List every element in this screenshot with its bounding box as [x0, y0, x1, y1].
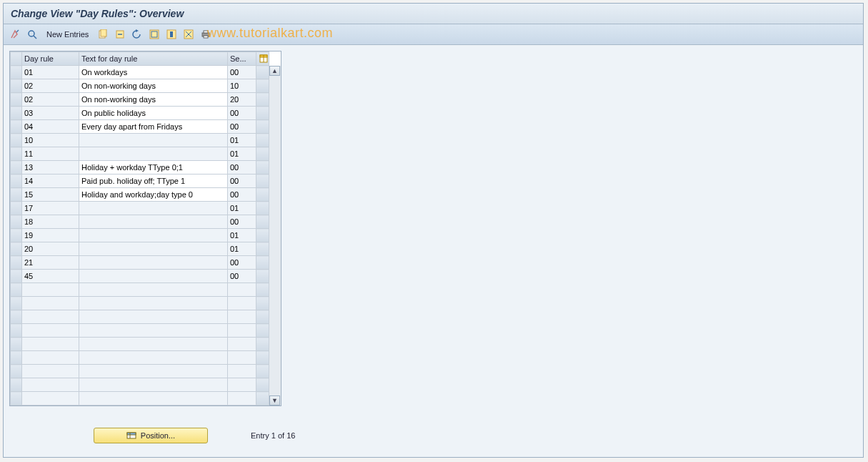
row-selector[interactable]	[11, 270, 22, 283]
cell-text[interactable]	[79, 283, 228, 297]
cell-day-rule[interactable]: 10	[22, 134, 79, 147]
table-row[interactable]	[11, 283, 269, 297]
cell-day-rule[interactable]	[22, 324, 79, 338]
cell-se[interactable]: 00	[228, 120, 256, 134]
table-row[interactable]	[11, 297, 269, 310]
table-row[interactable]	[11, 378, 269, 392]
cell-text[interactable]	[79, 324, 228, 338]
row-selector[interactable]	[11, 229, 22, 242]
scroll-up-icon[interactable]: ▲	[269, 66, 280, 76]
cell-se[interactable]: 10	[228, 79, 256, 93]
row-selector[interactable]	[11, 310, 22, 324]
column-text[interactable]: Text for day rule	[79, 52, 228, 66]
cell-text[interactable]: On non-working days	[79, 79, 228, 93]
row-selector[interactable]	[11, 134, 22, 147]
cell-text[interactable]	[79, 202, 228, 215]
row-selector[interactable]	[11, 338, 22, 351]
cell-se[interactable]: 00	[228, 175, 256, 188]
cell-text[interactable]	[79, 338, 228, 351]
row-selector[interactable]	[11, 351, 22, 365]
row-selector[interactable]	[11, 161, 22, 175]
cell-se[interactable]: 20	[228, 93, 256, 107]
cell-text[interactable]	[79, 310, 228, 324]
table-row[interactable]: 14Paid pub. holiday off; TType 100	[11, 175, 269, 188]
cell-day-rule[interactable]: 04	[22, 120, 79, 134]
cell-day-rule[interactable]: 21	[22, 256, 79, 270]
table-row[interactable]: 01On workdays00	[11, 66, 269, 79]
cell-day-rule[interactable]: 20	[22, 242, 79, 256]
scroll-down-icon[interactable]: ▼	[269, 395, 280, 406]
table-row[interactable]: 1001	[11, 134, 269, 147]
table-row[interactable]: 02On non-working days20	[11, 93, 269, 107]
cell-se[interactable]	[228, 310, 256, 324]
position-button[interactable]: Position...	[94, 428, 208, 443]
cell-day-rule[interactable]	[22, 310, 79, 324]
table-row[interactable]	[11, 392, 269, 406]
cell-day-rule[interactable]	[22, 365, 79, 378]
table-settings-icon[interactable]	[256, 52, 269, 66]
cell-day-rule[interactable]: 14	[22, 175, 79, 188]
cell-text[interactable]	[79, 256, 228, 270]
new-entries-button[interactable]: New Entries	[42, 29, 93, 40]
column-day-rule[interactable]: Day rule	[22, 52, 79, 66]
cell-day-rule[interactable]: 15	[22, 188, 79, 202]
cell-text[interactable]	[79, 229, 228, 242]
cell-day-rule[interactable]: 03	[22, 107, 79, 120]
cell-day-rule[interactable]: 18	[22, 215, 79, 229]
table-row[interactable]: 1800	[11, 215, 269, 229]
cell-se[interactable]: 01	[228, 134, 256, 147]
copy-as-icon[interactable]	[96, 27, 110, 41]
cell-text[interactable]: Holiday and workday;day type 0	[79, 188, 228, 202]
row-selector[interactable]	[11, 66, 22, 79]
row-selector[interactable]	[11, 297, 22, 310]
row-selector[interactable]	[11, 202, 22, 215]
row-selector[interactable]	[11, 378, 22, 392]
cell-se[interactable]	[228, 324, 256, 338]
cell-day-rule[interactable]	[22, 297, 79, 310]
cell-text[interactable]	[79, 297, 228, 310]
row-selector[interactable]	[11, 215, 22, 229]
cell-day-rule[interactable]	[22, 283, 79, 297]
cell-se[interactable]: 00	[228, 256, 256, 270]
cell-se[interactable]: 00	[228, 270, 256, 283]
cell-se[interactable]	[228, 283, 256, 297]
table-row[interactable]	[11, 310, 269, 324]
cell-se[interactable]: 01	[228, 147, 256, 161]
row-selector[interactable]	[11, 107, 22, 120]
cell-se[interactable]: 01	[228, 229, 256, 242]
cell-day-rule[interactable]	[22, 351, 79, 365]
cell-day-rule[interactable]	[22, 378, 79, 392]
cell-day-rule[interactable]: 45	[22, 270, 79, 283]
select-all-column[interactable]	[11, 52, 22, 66]
cell-text[interactable]: Every day apart from Fridays	[79, 120, 228, 134]
table-row[interactable]: 1101	[11, 147, 269, 161]
cell-day-rule[interactable]: 02	[22, 93, 79, 107]
cell-se[interactable]	[228, 365, 256, 378]
table-scrollbar[interactable]: ▲ ▼	[269, 66, 281, 406]
cell-day-rule[interactable]	[22, 338, 79, 351]
row-selector[interactable]	[11, 283, 22, 297]
row-selector[interactable]	[11, 120, 22, 134]
cell-text[interactable]	[79, 351, 228, 365]
row-selector[interactable]	[11, 365, 22, 378]
deselect-all-icon[interactable]	[181, 27, 196, 41]
table-row[interactable]: 1901	[11, 229, 269, 242]
cell-se[interactable]: 00	[228, 215, 256, 229]
table-row[interactable]: 4500	[11, 270, 269, 283]
table-row[interactable]	[11, 338, 269, 351]
row-selector[interactable]	[11, 324, 22, 338]
row-selector[interactable]	[11, 93, 22, 107]
cell-day-rule[interactable]: 13	[22, 161, 79, 175]
cell-text[interactable]: Paid pub. holiday off; TType 1	[79, 175, 228, 188]
table-row[interactable]	[11, 351, 269, 365]
column-se[interactable]: Se...	[228, 52, 256, 66]
find-icon[interactable]	[25, 27, 39, 41]
cell-day-rule[interactable]: 19	[22, 229, 79, 242]
cell-se[interactable]: 00	[228, 188, 256, 202]
cell-text[interactable]: On public holidays	[79, 107, 228, 120]
table-row[interactable]	[11, 324, 269, 338]
cell-se[interactable]: 01	[228, 242, 256, 256]
table-row[interactable]: 15Holiday and workday;day type 000	[11, 188, 269, 202]
cell-text[interactable]	[79, 215, 228, 229]
delete-icon[interactable]	[113, 27, 127, 41]
